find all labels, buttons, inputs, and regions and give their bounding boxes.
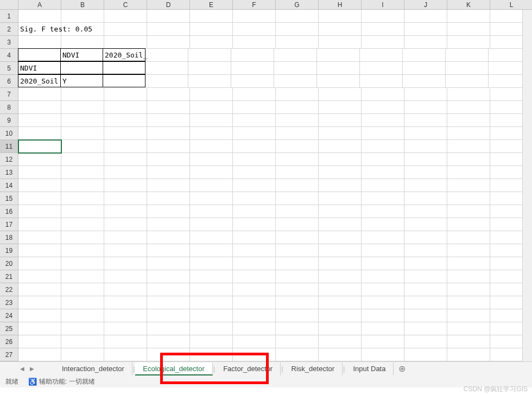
cell[interactable]: [447, 205, 490, 218]
cell[interactable]: [233, 36, 276, 49]
cell[interactable]: [319, 218, 362, 231]
cell[interactable]: [404, 218, 447, 231]
cell[interactable]: [233, 257, 276, 270]
cell[interactable]: [61, 296, 104, 309]
cell[interactable]: [276, 140, 319, 153]
cell[interactable]: [147, 218, 190, 231]
cell[interactable]: [319, 231, 362, 244]
cell[interactable]: [147, 153, 190, 166]
row-header[interactable]: 22: [0, 283, 18, 296]
row-header[interactable]: 2: [0, 23, 18, 36]
cell[interactable]: [404, 101, 447, 114]
cell[interactable]: [104, 36, 147, 49]
cell[interactable]: [147, 101, 190, 114]
cell[interactable]: [104, 244, 147, 257]
cell[interactable]: [319, 153, 362, 166]
column-header[interactable]: A: [18, 0, 61, 10]
cell[interactable]: [188, 62, 231, 75]
cell[interactable]: [233, 192, 276, 205]
cell[interactable]: [404, 153, 447, 166]
cell[interactable]: [61, 205, 104, 218]
cell[interactable]: [104, 335, 147, 348]
cell[interactable]: [233, 309, 276, 322]
cell[interactable]: [61, 101, 104, 114]
cell[interactable]: [18, 48, 61, 61]
cell[interactable]: [233, 166, 276, 179]
cell[interactable]: [362, 309, 404, 322]
cell[interactable]: [147, 36, 190, 49]
cell[interactable]: [362, 218, 404, 231]
cell[interactable]: [190, 283, 233, 296]
cell[interactable]: [362, 270, 404, 283]
cell[interactable]: [446, 75, 489, 88]
cell[interactable]: [18, 179, 61, 192]
cell[interactable]: [447, 218, 490, 231]
column-header[interactable]: K: [447, 0, 490, 10]
cell[interactable]: [61, 127, 104, 140]
cell[interactable]: [18, 335, 61, 348]
cell[interactable]: [147, 348, 190, 361]
cell[interactable]: [190, 192, 233, 205]
cell[interactable]: [447, 257, 490, 270]
cell[interactable]: [404, 348, 447, 361]
row-header[interactable]: 4: [0, 49, 18, 62]
column-header[interactable]: C: [104, 0, 147, 10]
cell[interactable]: [233, 179, 276, 192]
cell[interactable]: [447, 270, 490, 283]
cell[interactable]: [404, 231, 447, 244]
row-header[interactable]: 13: [0, 166, 18, 179]
cell[interactable]: [447, 231, 490, 244]
cell[interactable]: [319, 88, 362, 101]
cell[interactable]: [319, 101, 362, 114]
cell[interactable]: [147, 23, 190, 36]
cell[interactable]: [190, 231, 233, 244]
cell[interactable]: [190, 23, 233, 36]
row-header[interactable]: 15: [0, 192, 18, 205]
cell[interactable]: [147, 322, 190, 335]
cell[interactable]: [447, 88, 490, 101]
cell[interactable]: [447, 296, 490, 309]
column-header[interactable]: H: [319, 0, 362, 10]
cell[interactable]: [446, 62, 489, 75]
cell[interactable]: [447, 322, 490, 335]
tab-prev-icon[interactable]: ◀: [18, 365, 26, 373]
cell-area[interactable]: Sig. F test: 0.05NDVI2020_Soil_NDVI2020_…: [18, 10, 532, 361]
cell[interactable]: Y: [60, 74, 103, 87]
cell[interactable]: [447, 166, 490, 179]
cell[interactable]: [147, 179, 190, 192]
row-header[interactable]: 5: [0, 62, 18, 75]
cell[interactable]: [18, 36, 61, 49]
column-header[interactable]: B: [61, 0, 104, 10]
cell[interactable]: [18, 309, 61, 322]
cell[interactable]: [190, 153, 233, 166]
cell[interactable]: [447, 23, 490, 36]
cell[interactable]: [61, 166, 104, 179]
cell[interactable]: [104, 101, 147, 114]
cell[interactable]: [276, 309, 319, 322]
cell[interactable]: [362, 257, 404, 270]
cell[interactable]: [233, 322, 276, 335]
sheet-tab[interactable]: Ecological_detector: [135, 362, 212, 375]
row-header[interactable]: 9: [0, 114, 18, 127]
cell[interactable]: [18, 166, 61, 179]
cell[interactable]: [233, 114, 276, 127]
cell[interactable]: [233, 231, 276, 244]
row-header[interactable]: 20: [0, 257, 18, 270]
cell[interactable]: [61, 114, 104, 127]
cell[interactable]: [447, 127, 490, 140]
cell[interactable]: [61, 322, 104, 335]
cell[interactable]: [362, 322, 404, 335]
cell[interactable]: [319, 348, 362, 361]
cell[interactable]: [447, 335, 490, 348]
sheet-tab[interactable]: Interaction_detector: [54, 362, 132, 375]
cell[interactable]: [103, 74, 145, 87]
cell[interactable]: [190, 127, 233, 140]
cell[interactable]: [104, 10, 147, 23]
cell[interactable]: [362, 283, 404, 296]
cell[interactable]: [447, 114, 490, 127]
cell[interactable]: [18, 101, 61, 114]
cell[interactable]: [319, 166, 362, 179]
cell[interactable]: [362, 23, 404, 36]
cell[interactable]: [18, 257, 61, 270]
cell[interactable]: [447, 140, 490, 153]
